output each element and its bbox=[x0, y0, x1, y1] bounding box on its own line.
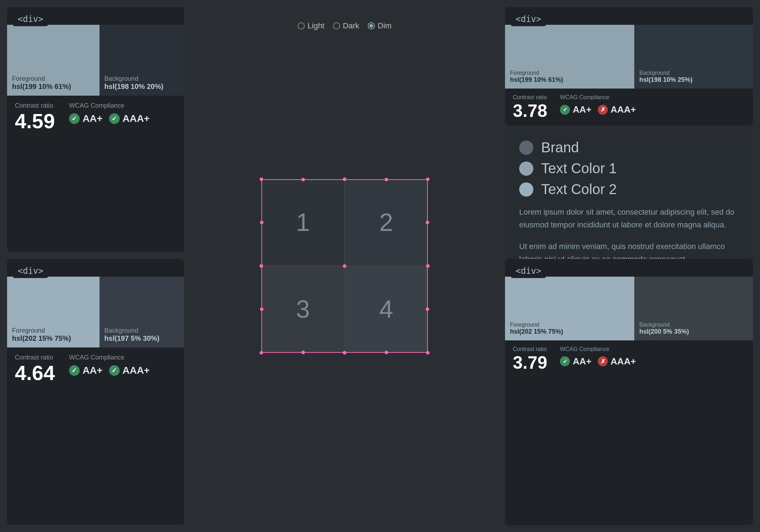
legend-dot-text2 bbox=[519, 182, 533, 197]
aa-icon-tl: ✓ bbox=[69, 113, 80, 124]
aaa-icon-tr: ✗ bbox=[598, 105, 608, 115]
contrast-section-tl: Contrast ratio 4.59 bbox=[15, 102, 55, 131]
aa-icon-br: ✓ bbox=[560, 356, 570, 366]
fg-label-tr: Foreground bbox=[510, 70, 629, 76]
wcag-section-br: WCAG Compliance ✓ AA+ ✗ AAA+ bbox=[560, 346, 636, 367]
contrast-section-bl: Contrast ratio 4.64 bbox=[15, 354, 55, 383]
contrast-value-bl: 4.64 bbox=[15, 363, 55, 383]
bottom-left-card: <div> Foreground hsl(202 15% 75%) Backgr… bbox=[7, 259, 184, 525]
contrast-value-tr: 3.78 bbox=[513, 102, 547, 120]
fg-label-bl: Foreground bbox=[12, 327, 95, 334]
fg-value-tl: hsl(199 10% 61%) bbox=[12, 83, 95, 91]
aa-badge-tr: ✓ AA+ bbox=[560, 104, 591, 115]
card-title-br: <div> bbox=[511, 264, 546, 278]
grid-cell-2: 2 bbox=[345, 179, 428, 266]
center-panel: Light Dark Dim bbox=[188, 0, 501, 532]
bg-value-tr: hsl(198 10% 25%) bbox=[639, 76, 748, 84]
aaa-badge-bl: ✓ AAA+ bbox=[109, 365, 150, 376]
legend-label-text2: Text Color 2 bbox=[541, 181, 617, 197]
aa-badge-br: ✓ AA+ bbox=[560, 356, 591, 367]
contrast-label-br: Contrast ratio bbox=[513, 346, 547, 352]
grid-cell-1: 1 bbox=[261, 179, 345, 266]
aaa-icon-br: ✗ bbox=[598, 356, 608, 366]
contrast-section-tr: Contrast ratio 3.78 bbox=[513, 94, 547, 120]
wcag-label-tl: WCAG Compliance bbox=[69, 102, 150, 109]
fg-label-br: Foreground bbox=[510, 322, 629, 328]
top-left-card: <div> Foreground hsl(199 10% 61%) Backgr… bbox=[7, 7, 184, 252]
bg-label-br: Background bbox=[639, 322, 748, 328]
bg-swatch-bl: Background hsl(197 5% 30%) bbox=[100, 277, 184, 347]
legend-items: Brand Text Color 1 Text Color 2 bbox=[519, 140, 739, 197]
design-grid: 1 2 3 4 bbox=[261, 179, 428, 353]
bg-label-tl: Background bbox=[104, 75, 179, 83]
contrast-label-tl: Contrast ratio bbox=[15, 102, 55, 109]
bg-value-bl: hsl(197 5% 30%) bbox=[104, 334, 179, 343]
legend-label-text1: Text Color 1 bbox=[541, 160, 617, 176]
legend-item-text2: Text Color 2 bbox=[519, 181, 739, 197]
body-text-1: Lorem ipsum dolor sit amet, consectetur … bbox=[519, 206, 739, 232]
grid-cell-3: 3 bbox=[261, 266, 345, 353]
fg-swatch-br: Foreground hsl(202 15% 75%) bbox=[505, 277, 634, 340]
dot-tl-outer bbox=[260, 177, 263, 181]
fg-swatch-tl: Foreground hsl(199 10% 61%) bbox=[7, 25, 100, 96]
card-title: <div> bbox=[13, 12, 48, 26]
card-title-bl: <div> bbox=[13, 264, 48, 278]
bg-value-br: hsl(200 5% 35%) bbox=[639, 328, 748, 335]
contrast-label-bl: Contrast ratio bbox=[15, 354, 55, 361]
bg-swatch-tr: Background hsl(198 10% 25%) bbox=[634, 25, 753, 89]
bg-value-tl: hsl(198 10% 20%) bbox=[104, 83, 179, 91]
bg-swatch-br: Background hsl(200 5% 35%) bbox=[634, 277, 753, 340]
legend-label-brand: Brand bbox=[541, 140, 579, 155]
dot-br-outer bbox=[426, 351, 430, 355]
aa-icon-tr: ✓ bbox=[560, 105, 570, 115]
mode-dim[interactable]: Dim bbox=[368, 21, 392, 30]
contrast-value-tl: 4.59 bbox=[15, 111, 55, 131]
dot-tr-outer bbox=[426, 177, 430, 181]
aa-icon-bl: ✓ bbox=[69, 365, 80, 376]
contrast-section-br: Contrast ratio 3.79 bbox=[513, 346, 547, 372]
card-title-tr: <div> bbox=[511, 12, 546, 26]
legend-dot-text1 bbox=[519, 162, 533, 176]
legend-dot-brand bbox=[519, 141, 533, 155]
top-right-card: <div> Foreground hsl(199 10% 61%) Backgr… bbox=[505, 7, 753, 125]
legend-item-brand: Brand bbox=[519, 140, 739, 155]
fg-value-tr: hsl(199 10% 61%) bbox=[510, 76, 629, 84]
mode-light[interactable]: Light bbox=[297, 21, 324, 30]
radio-light[interactable] bbox=[297, 22, 305, 29]
wcag-label-bl: WCAG Compliance bbox=[69, 354, 150, 361]
radio-dark[interactable] bbox=[333, 22, 340, 29]
wcag-label-tr: WCAG Compliance bbox=[560, 94, 636, 101]
bg-label-tr: Background bbox=[639, 70, 748, 76]
grid-cell-4: 4 bbox=[345, 266, 428, 353]
aaa-badge-tl: ✓ AAA+ bbox=[109, 113, 150, 124]
bottom-right-card: <div> Foreground hsl(202 15% 75%) Backgr… bbox=[505, 259, 753, 525]
aaa-badge-br: ✗ AAA+ bbox=[598, 356, 636, 367]
wcag-section-bl: WCAG Compliance ✓ AA+ ✓ AAA+ bbox=[69, 354, 150, 376]
fg-swatch-tr: Foreground hsl(199 10% 61%) bbox=[505, 25, 634, 89]
fg-value-bl: hsl(202 15% 75%) bbox=[12, 334, 95, 343]
contrast-value-br: 3.79 bbox=[513, 354, 547, 372]
dot-bl-outer bbox=[260, 351, 263, 355]
aaa-icon-tl: ✓ bbox=[109, 113, 120, 124]
wcag-section-tr: WCAG Compliance ✓ AA+ ✗ AAA+ bbox=[560, 94, 636, 115]
wcag-label-br: WCAG Compliance bbox=[560, 346, 636, 352]
aa-badge-bl: ✓ AA+ bbox=[69, 365, 103, 376]
bg-swatch-tl: Background hsl(198 10% 20%) bbox=[100, 25, 184, 96]
aaa-badge-tr: ✗ AAA+ bbox=[598, 104, 636, 115]
aa-badge-tl: ✓ AA+ bbox=[69, 113, 103, 124]
contrast-label-tr: Contrast ratio bbox=[513, 94, 547, 101]
mode-dark[interactable]: Dark bbox=[333, 21, 359, 30]
legend-item-text1: Text Color 1 bbox=[519, 160, 739, 176]
fg-value-br: hsl(202 15% 75%) bbox=[510, 328, 629, 335]
fg-label-tl: Foreground bbox=[12, 75, 95, 83]
mode-selector: Light Dark Dim bbox=[297, 21, 391, 30]
fg-swatch-bl: Foreground hsl(202 15% 75%) bbox=[7, 277, 100, 347]
aaa-icon-bl: ✓ bbox=[109, 365, 120, 376]
bg-label-bl: Background bbox=[104, 327, 179, 334]
wcag-section-tl: WCAG Compliance ✓ AA+ ✓ AAA+ bbox=[69, 102, 150, 124]
radio-dim[interactable] bbox=[368, 22, 375, 29]
